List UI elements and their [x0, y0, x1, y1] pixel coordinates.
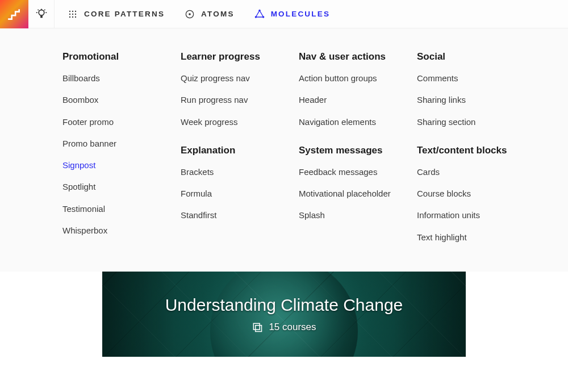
menu-group: System messagesFeedback messagesMotivati…	[299, 145, 412, 222]
menu-link[interactable]: Motivational placeholder	[299, 188, 412, 199]
menu-link[interactable]: Promo banner	[62, 138, 176, 149]
menu-group: ExplanationBracketsFormulaStandfirst	[181, 145, 294, 222]
top-bar: CORE PATTERNS ATOMS MOLECULES	[0, 0, 568, 28]
menu-group-title: Learner progress	[181, 51, 294, 62]
svg-point-0	[39, 10, 44, 15]
svg-rect-16	[256, 325, 262, 331]
menu-group: Nav & user actionsAction button groupsHe…	[299, 51, 412, 128]
svg-point-9	[75, 16, 76, 17]
menu-group-title: Explanation	[181, 145, 294, 156]
menu-group-title: Promotional	[62, 51, 176, 62]
nav-core-patterns[interactable]: CORE PATTERNS	[67, 9, 165, 20]
nav-label: MOLECULES	[271, 10, 331, 18]
svg-point-13	[254, 16, 256, 18]
menu-link[interactable]: Feedback messages	[299, 166, 412, 178]
menu-column: Learner progressQuiz progress navRun pro…	[181, 51, 294, 243]
stairs-icon	[7, 7, 22, 22]
menu-link[interactable]: Comments	[417, 73, 531, 84]
svg-point-12	[258, 9, 260, 11]
menu-link[interactable]: Billboards	[62, 73, 176, 84]
svg-point-5	[72, 13, 73, 14]
svg-point-14	[262, 16, 264, 18]
menu-group-title: Social	[417, 51, 531, 62]
menu-link[interactable]: Action button groups	[299, 73, 412, 84]
menu-group-links: CardsCourse blocksInformation unitsText …	[417, 166, 531, 243]
menu-link[interactable]: Brackets	[181, 166, 294, 178]
menu-link[interactable]: Information units	[417, 210, 531, 221]
menu-group-title: Nav & user actions	[299, 51, 412, 62]
menu-link[interactable]: Sharing section	[417, 116, 531, 128]
hero-courses-count: 15 courses	[269, 322, 316, 333]
lightbulb-icon	[35, 8, 48, 20]
menu-group-links: Quiz progress navRun progress navWeek pr…	[181, 73, 294, 128]
ideas-button[interactable]	[28, 0, 55, 28]
nav-molecules[interactable]: MOLECULES	[254, 9, 331, 20]
menu-group: PromotionalBillboardsBoomboxFooter promo…	[62, 51, 176, 236]
molecule-icon	[254, 9, 265, 20]
menu-column: Nav & user actionsAction button groupsHe…	[299, 51, 412, 243]
menu-group: SocialCommentsSharing linksSharing secti…	[417, 51, 531, 128]
svg-point-3	[75, 10, 76, 11]
top-nav: CORE PATTERNS ATOMS MOLECULES	[55, 9, 330, 20]
menu-link[interactable]: Cards	[417, 166, 531, 178]
menu-link[interactable]: Whisperbox	[62, 225, 176, 236]
svg-point-11	[189, 13, 191, 15]
stack-icon	[252, 322, 263, 333]
menu-group-links: Feedback messagesMotivational placeholde…	[299, 166, 412, 222]
menu-link[interactable]: Boombox	[62, 94, 176, 106]
hero-section: Understanding Climate Change 15 courses	[0, 272, 568, 370]
menu-group: Learner progressQuiz progress navRun pro…	[181, 51, 294, 128]
menu-link[interactable]: Header	[299, 94, 412, 106]
menu-group-links: Action button groupsHeaderNavigation ele…	[299, 73, 412, 128]
menu-group-links: CommentsSharing linksSharing section	[417, 73, 531, 128]
menu-link[interactable]: Formula	[181, 188, 294, 199]
svg-point-7	[69, 16, 70, 17]
menu-group-title: Text/content blocks	[417, 145, 531, 156]
menu-link[interactable]: Run progress nav	[181, 94, 294, 106]
menu-column: SocialCommentsSharing linksSharing secti…	[417, 51, 531, 243]
svg-point-4	[69, 13, 70, 14]
menu-link[interactable]: Standfirst	[181, 210, 294, 221]
mega-menu: PromotionalBillboardsBoomboxFooter promo…	[0, 28, 568, 272]
menu-link[interactable]: Course blocks	[417, 188, 531, 199]
svg-point-6	[75, 13, 76, 14]
menu-group-links: BracketsFormulaStandfirst	[181, 166, 294, 222]
menu-link[interactable]: Text highlight	[417, 232, 531, 243]
nav-label: ATOMS	[201, 10, 235, 18]
svg-rect-15	[254, 323, 260, 330]
menu-link[interactable]: Splash	[299, 210, 412, 221]
svg-point-1	[69, 10, 70, 11]
menu-group-links: BillboardsBoomboxFooter promoPromo banne…	[62, 73, 176, 236]
menu-link[interactable]: Sharing links	[417, 94, 531, 106]
brand-logo[interactable]	[0, 0, 28, 28]
menu-link[interactable]: Quiz progress nav	[181, 73, 294, 84]
atom-icon	[184, 9, 195, 20]
menu-link[interactable]: Spotlight	[62, 181, 176, 193]
menu-link[interactable]: Footer promo	[62, 116, 176, 128]
menu-group: Text/content blocksCardsCourse blocksInf…	[417, 145, 531, 243]
menu-group-title: System messages	[299, 145, 412, 156]
menu-link[interactable]: Testimonial	[62, 203, 176, 215]
menu-link[interactable]: Signpost	[62, 160, 176, 171]
menu-column: PromotionalBillboardsBoomboxFooter promo…	[62, 51, 176, 243]
hero-subtitle: 15 courses	[252, 322, 316, 333]
nav-label: CORE PATTERNS	[84, 10, 165, 18]
svg-point-8	[72, 16, 73, 17]
menu-link[interactable]: Navigation elements	[299, 116, 412, 128]
hero-title: Understanding Climate Change	[165, 295, 403, 315]
dots-grid-icon	[67, 9, 78, 20]
svg-point-2	[72, 10, 73, 11]
hero-banner[interactable]: Understanding Climate Change 15 courses	[102, 272, 466, 357]
nav-atoms[interactable]: ATOMS	[184, 9, 235, 20]
menu-link[interactable]: Week progress	[181, 116, 294, 128]
